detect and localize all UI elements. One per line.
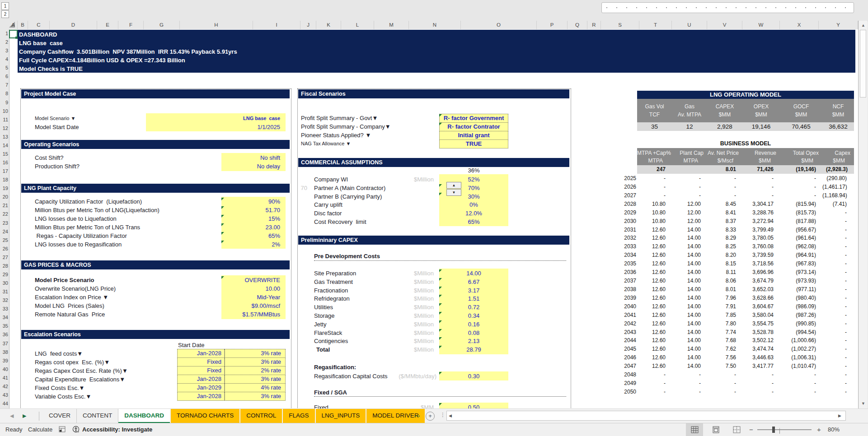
row-header-8[interactable]: 8 bbox=[0, 89, 9, 98]
tabbar-options-icon[interactable]: ⋮ bbox=[440, 412, 446, 418]
outline-level-2-button[interactable]: 2 bbox=[1, 10, 9, 18]
column-header-v[interactable]: V bbox=[707, 21, 742, 29]
tab-content[interactable]: CONTENT bbox=[77, 409, 118, 423]
fill-handle[interactable] bbox=[15, 37, 18, 39]
row-header-26[interactable]: 26 bbox=[0, 245, 9, 253]
input-cell-profit-split-summary-company[interactable]: R- factor Contrator bbox=[439, 122, 508, 131]
value-variable-costs-esc-rate[interactable]: 3% rate bbox=[225, 392, 281, 400]
status-accessibility[interactable]: Accessibility: Investigate bbox=[82, 426, 152, 433]
row-header-33[interactable]: 33 bbox=[0, 305, 9, 313]
view-page-layout-icon[interactable] bbox=[712, 426, 720, 433]
value-storage[interactable]: 0.34 bbox=[439, 311, 508, 320]
value-jetty[interactable]: 0.16 bbox=[439, 320, 508, 329]
row-header-18[interactable]: 18 bbox=[0, 176, 9, 184]
row-header-5[interactable]: 5 bbox=[0, 64, 9, 72]
value-regas-capex-cost-esc-rate-rate[interactable]: 2% rate bbox=[225, 366, 281, 375]
value-utilities[interactable]: 0.72 bbox=[439, 303, 508, 311]
row-header-29[interactable]: 29 bbox=[0, 270, 9, 279]
row-header-39[interactable]: 39 bbox=[0, 357, 9, 365]
input-cell-regas-capex-cost-esc-rate-date[interactable]: Fixed bbox=[177, 366, 225, 375]
zoom-slider-track[interactable] bbox=[757, 429, 812, 430]
value-nag-tax-allowance[interactable]: TRUE bbox=[439, 139, 508, 148]
input-cell-regas-cost-opex-esc-rate[interactable]: 3% rate bbox=[225, 357, 286, 366]
column-header-r[interactable]: R bbox=[587, 21, 601, 29]
column-header-n[interactable]: N bbox=[409, 21, 461, 29]
value-lng-losses-due-to-regasification[interactable]: 2% bbox=[150, 240, 280, 249]
value-profit-split-summary-govt[interactable]: R- factor Government bbox=[439, 114, 508, 122]
row-header-24[interactable]: 24 bbox=[0, 227, 9, 236]
column-header-u[interactable]: U bbox=[672, 21, 707, 29]
row-header-13[interactable]: 13 bbox=[0, 133, 9, 141]
column-header-m[interactable]: M bbox=[374, 21, 409, 29]
horizontal-scrollbar[interactable]: ◀ ▶ bbox=[446, 411, 846, 421]
outline-level-1-button[interactable]: 1 bbox=[1, 2, 9, 10]
row-header-40[interactable]: 40 bbox=[0, 365, 9, 374]
value-site-preparation[interactable]: 14.00 bbox=[439, 269, 508, 278]
spinner-up-icon[interactable]: ▲ bbox=[446, 182, 461, 189]
input-cell-variable-costs-esc-date[interactable]: Jan-2028 bbox=[177, 392, 225, 401]
hscroll-left-icon[interactable]: ◀ bbox=[449, 413, 452, 418]
value-model-start-date[interactable]: 1/1/2025 bbox=[150, 123, 280, 131]
input-cell-lng-feed-costs-rate[interactable]: 3% rate bbox=[225, 349, 286, 358]
row-header-11[interactable]: 11 bbox=[0, 116, 9, 124]
input-cell-variable-costs-esc-rate[interactable]: 3% rate bbox=[225, 392, 286, 401]
row-header-4[interactable]: 4 bbox=[0, 55, 9, 64]
value-regas-cost-opex-esc-date[interactable]: Fixed bbox=[177, 357, 221, 366]
value-regas-capital-costs[interactable]: 0.30 bbox=[439, 372, 508, 380]
row-header-7[interactable]: 7 bbox=[0, 81, 9, 89]
row-header-2[interactable]: 2 bbox=[0, 38, 9, 46]
row-header-9[interactable]: 9 bbox=[0, 98, 9, 107]
column-header-x[interactable]: X bbox=[780, 21, 819, 29]
value-pioneer-status-applied[interactable]: Initial grant bbox=[439, 131, 508, 139]
input-cell-regas-capex-cost-esc-rate-rate[interactable]: 2% rate bbox=[225, 366, 286, 375]
row-header-6[interactable]: 6 bbox=[0, 72, 9, 81]
column-header-w[interactable]: W bbox=[742, 21, 780, 29]
column-header-d[interactable]: D bbox=[50, 21, 97, 29]
row-header-19[interactable]: 19 bbox=[0, 184, 9, 193]
tab-dashboard[interactable]: DASHBOARD bbox=[118, 409, 170, 423]
row-header-22[interactable]: 22 bbox=[0, 210, 9, 218]
column-header-k[interactable]: K bbox=[316, 21, 341, 29]
input-cell-profit-split-summary-govt[interactable]: R- factor Government bbox=[439, 114, 508, 123]
row-header-14[interactable]: 14 bbox=[0, 141, 9, 150]
value-flarestack[interactable]: 0.08 bbox=[439, 329, 508, 337]
row-header-44[interactable]: 44 bbox=[0, 399, 9, 408]
column-header-o[interactable]: O bbox=[461, 21, 537, 29]
value-cost-recovery-limit[interactable]: 65% bbox=[439, 218, 508, 226]
input-cell-nag-tax-allowance[interactable]: TRUE bbox=[439, 139, 508, 148]
column-header-f[interactable]: F bbox=[118, 21, 144, 29]
zoom-level[interactable]: 80% bbox=[828, 426, 840, 433]
add-sheet-button[interactable]: + bbox=[426, 412, 435, 421]
column-header-l[interactable]: L bbox=[341, 21, 374, 29]
value-regas-capacity-utilization-factor[interactable]: 65% bbox=[150, 232, 280, 240]
row-header-16[interactable]: 16 bbox=[0, 158, 9, 167]
value-model-price-scenario[interactable]: OVERWRITE bbox=[150, 276, 280, 284]
zoom-slider-thumb[interactable] bbox=[772, 427, 775, 433]
row-header-28[interactable]: 28 bbox=[0, 262, 9, 270]
value-variable-costs-esc-date[interactable]: Jan-2028 bbox=[177, 392, 221, 400]
value-profit-split-summary-company[interactable]: R- factor Contrator bbox=[439, 122, 508, 131]
value-regas-cost-opex-esc-rate[interactable]: 3% rate bbox=[225, 357, 281, 366]
tab-lng-inputs[interactable]: LNG_INPUTS bbox=[316, 409, 366, 423]
zoom-out-button[interactable]: − bbox=[749, 426, 753, 433]
value-fixed-costs-esc-rate[interactable]: 4% rate bbox=[225, 383, 281, 392]
row-header-34[interactable]: 34 bbox=[0, 313, 9, 322]
row-header-37[interactable]: 37 bbox=[0, 339, 9, 348]
vertical-scroll-thumb[interactable] bbox=[860, 30, 866, 97]
input-cell-pioneer-status-applied[interactable]: Initial grant bbox=[439, 131, 508, 140]
row-header-42[interactable]: 42 bbox=[0, 382, 9, 391]
value-total[interactable]: 28.79 bbox=[439, 345, 508, 354]
column-header-s[interactable]: S bbox=[601, 21, 639, 29]
column-header-i[interactable]: I bbox=[253, 21, 300, 29]
column-header-e[interactable]: E bbox=[97, 21, 118, 29]
value-carry-uplift[interactable]: 0% bbox=[439, 200, 508, 209]
column-header-h[interactable]: H bbox=[180, 21, 253, 29]
row-header-27[interactable]: 27 bbox=[0, 253, 9, 262]
input-cell-lng-feed-costs-date[interactable]: Jan-2028 bbox=[177, 349, 225, 358]
row-header-3[interactable]: 3 bbox=[0, 46, 9, 55]
value-million-btus-per-metric-ton-of-lng-trans[interactable]: 23.00 bbox=[150, 223, 280, 232]
input-cell-capital-expenditure-escalations-rate[interactable]: 3% rate bbox=[225, 375, 286, 384]
value-partner-b-carrying-party[interactable]: 30% bbox=[439, 192, 508, 201]
value-lng-feed-costs-rate[interactable]: 3% rate bbox=[225, 349, 281, 357]
value-fixed-costs-esc-date[interactable]: Jan-2029 bbox=[177, 383, 221, 392]
